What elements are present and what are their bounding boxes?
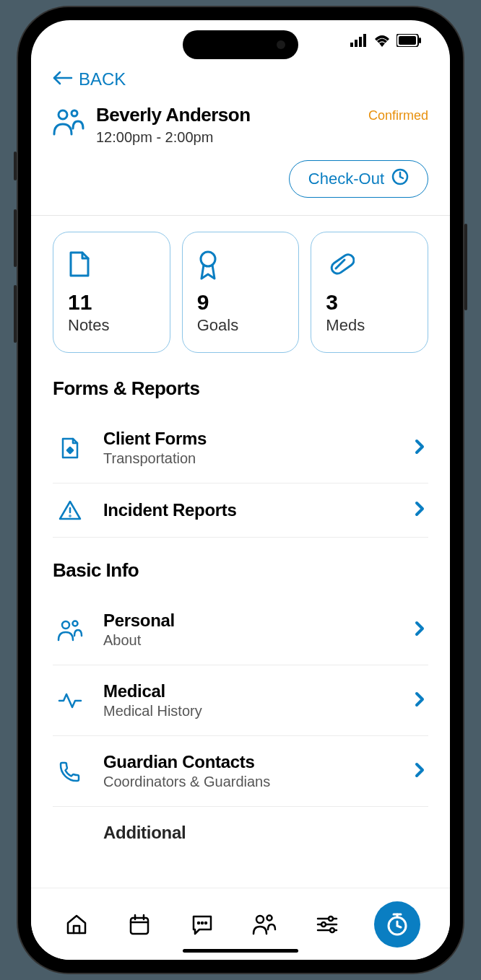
phone-icon bbox=[56, 761, 84, 782]
home-indicator[interactable] bbox=[183, 949, 298, 953]
section-basic-title: Basic Info bbox=[53, 559, 428, 582]
row-medical[interactable]: Medical Medical History bbox=[53, 665, 428, 736]
back-label: BACK bbox=[79, 69, 126, 89]
signal-icon bbox=[350, 34, 368, 50]
pill-icon bbox=[326, 250, 413, 280]
goals-count: 9 bbox=[197, 290, 285, 315]
chevron-right-icon bbox=[414, 438, 425, 458]
chevron-right-icon bbox=[414, 620, 425, 640]
people-icon bbox=[53, 107, 84, 139]
client-name: Beverly Anderson bbox=[96, 104, 251, 126]
check-out-label: Check-Out bbox=[308, 170, 384, 188]
section-forms-title: Forms & Reports bbox=[53, 377, 428, 400]
wifi-icon bbox=[373, 34, 391, 50]
row-additional[interactable]: Additional bbox=[53, 807, 428, 843]
svg-rect-2 bbox=[359, 37, 362, 47]
list-title: Guardian Contacts bbox=[103, 752, 395, 772]
svg-point-17 bbox=[73, 621, 78, 626]
row-guardian[interactable]: Guardian Contacts Coordinators & Guardia… bbox=[53, 736, 428, 807]
list-sub: Medical History bbox=[103, 703, 395, 719]
list-sub: About bbox=[103, 632, 395, 649]
svg-point-25 bbox=[256, 916, 264, 923]
list-title: Personal bbox=[103, 611, 395, 631]
list-title: Medical bbox=[103, 681, 395, 701]
svg-rect-3 bbox=[363, 34, 366, 47]
battery-icon bbox=[396, 34, 421, 50]
client-header: Beverly Anderson 12:00pm - 2:00pm Confir… bbox=[53, 104, 428, 160]
svg-rect-6 bbox=[419, 38, 421, 43]
row-personal[interactable]: Personal About bbox=[53, 595, 428, 665]
list-sub: Transportation bbox=[103, 450, 395, 467]
document-icon bbox=[68, 250, 155, 280]
chevron-right-icon bbox=[414, 500, 425, 520]
arrow-left-icon bbox=[53, 69, 73, 89]
svg-point-16 bbox=[62, 621, 69, 629]
svg-point-24 bbox=[205, 922, 207, 924]
alert-triangle-icon bbox=[56, 499, 84, 521]
meds-label: Meds bbox=[326, 316, 413, 335]
notes-card[interactable]: 11 Notes bbox=[53, 232, 170, 353]
row-incident-reports[interactable]: Incident Reports bbox=[53, 484, 428, 538]
client-time: 12:00pm - 2:00pm bbox=[96, 129, 251, 146]
meds-count: 3 bbox=[326, 290, 413, 315]
status-badge: Confirmed bbox=[368, 108, 428, 123]
nav-home[interactable] bbox=[61, 909, 92, 940]
notes-label: Notes bbox=[68, 316, 155, 335]
svg-point-28 bbox=[329, 916, 333, 921]
goals-card[interactable]: 9 Goals bbox=[182, 232, 300, 353]
notes-count: 11 bbox=[68, 290, 155, 315]
svg-point-8 bbox=[58, 110, 67, 119]
list-title: Incident Reports bbox=[103, 500, 395, 520]
svg-point-23 bbox=[202, 922, 203, 924]
nav-settings[interactable] bbox=[311, 909, 343, 940]
people-icon bbox=[56, 618, 84, 642]
check-out-button[interactable]: Check-Out bbox=[289, 160, 428, 198]
svg-rect-18 bbox=[131, 918, 148, 934]
award-icon bbox=[197, 250, 285, 280]
svg-rect-0 bbox=[350, 43, 353, 47]
svg-rect-1 bbox=[355, 40, 358, 47]
meds-card[interactable]: 3 Meds bbox=[311, 232, 428, 353]
list-sub: Coordinators & Guardians bbox=[103, 774, 395, 790]
back-button[interactable]: BACK bbox=[53, 64, 428, 104]
form-icon bbox=[56, 436, 84, 460]
chevron-right-icon bbox=[414, 761, 425, 782]
activity-icon bbox=[56, 691, 84, 710]
svg-point-15 bbox=[70, 516, 71, 517]
nav-messages[interactable] bbox=[186, 909, 218, 940]
svg-rect-5 bbox=[399, 36, 416, 45]
nav-timer-fab[interactable] bbox=[374, 901, 420, 948]
row-client-forms[interactable]: Client Forms Transportation bbox=[53, 413, 428, 484]
goals-label: Goals bbox=[197, 316, 285, 335]
clock-icon bbox=[391, 168, 409, 190]
svg-point-26 bbox=[267, 915, 272, 920]
svg-point-9 bbox=[72, 110, 77, 116]
svg-point-32 bbox=[330, 928, 334, 932]
list-title: Additional bbox=[103, 823, 425, 843]
svg-point-22 bbox=[198, 922, 199, 924]
svg-point-30 bbox=[321, 922, 326, 927]
svg-rect-12 bbox=[329, 253, 355, 276]
nav-calendar[interactable] bbox=[124, 909, 155, 940]
chevron-right-icon bbox=[414, 691, 425, 711]
list-title: Client Forms bbox=[103, 429, 395, 449]
nav-people[interactable] bbox=[248, 909, 280, 940]
